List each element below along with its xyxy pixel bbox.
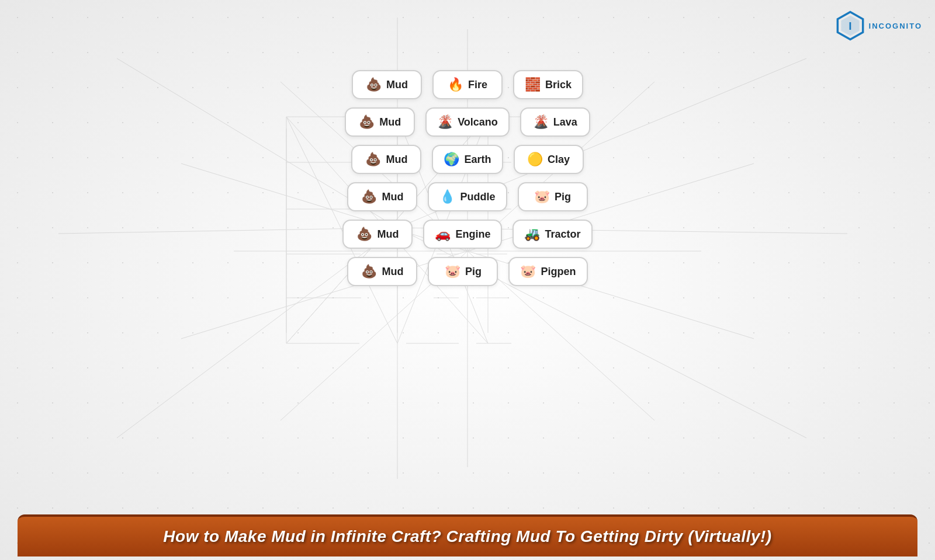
row-4: 💩 Mud 💧 Puddle 🐷 Pig bbox=[304, 182, 631, 211]
earth-emoji-1: 🌍 bbox=[444, 152, 459, 167]
pig-label-1: Pig bbox=[555, 191, 571, 203]
tractor-label-1: Tractor bbox=[545, 228, 580, 241]
brick-emoji-1: 🧱 bbox=[525, 77, 541, 92]
mud-label-5: Mud bbox=[377, 228, 399, 241]
earth-label-1: Earth bbox=[464, 154, 491, 166]
volcano-label-1: Volcano bbox=[458, 116, 498, 128]
logo: I INCOGNITO bbox=[835, 11, 922, 41]
row-2: 💩 Mud 🌋 Volcano 🌋 Lava bbox=[304, 107, 631, 137]
item-brick-1[interactable]: 🧱 Brick bbox=[513, 70, 583, 99]
lava-label-1: Lava bbox=[553, 116, 577, 128]
banner-text: How to Make Mud in Infinite Craft? Craft… bbox=[163, 527, 771, 546]
pig-emoji-1: 🐷 bbox=[534, 189, 550, 204]
clay-emoji-1: 🟡 bbox=[527, 152, 543, 167]
item-volcano-1[interactable]: 🌋 Volcano bbox=[425, 107, 510, 137]
item-lava-1[interactable]: 🌋 Lava bbox=[520, 107, 590, 137]
item-mud-1[interactable]: 💩 Mud bbox=[352, 70, 422, 99]
fire-emoji-1: 🔥 bbox=[448, 77, 463, 92]
row-3: 💩 Mud 🌍 Earth 🟡 Clay bbox=[304, 145, 631, 174]
row-5: 💩 Mud 🚗 Engine 🚜 Tractor bbox=[304, 220, 631, 249]
pig-emoji-2: 🐷 bbox=[445, 264, 460, 279]
item-earth-1[interactable]: 🌍 Earth bbox=[432, 145, 503, 174]
volcano-emoji-1: 🌋 bbox=[437, 114, 453, 130]
clay-label-1: Clay bbox=[548, 154, 570, 166]
item-mud-4[interactable]: 💩 Mud bbox=[347, 182, 417, 211]
mud-emoji-1: 💩 bbox=[366, 77, 382, 92]
item-mud-2[interactable]: 💩 Mud bbox=[345, 107, 415, 137]
item-mud-6[interactable]: 💩 Mud bbox=[347, 257, 417, 286]
svg-text:I: I bbox=[849, 20, 851, 32]
pigpen-label-1: Pigpen bbox=[541, 266, 576, 278]
item-clay-1[interactable]: 🟡 Clay bbox=[514, 145, 584, 174]
mud-label-1: Mud bbox=[386, 79, 408, 91]
item-engine-1[interactable]: 🚗 Engine bbox=[423, 220, 502, 249]
item-tractor-1[interactable]: 🚜 Tractor bbox=[512, 220, 592, 249]
tractor-emoji-1: 🚜 bbox=[524, 227, 540, 242]
logo-text: INCOGNITO bbox=[869, 22, 922, 30]
mud-emoji-6: 💩 bbox=[361, 264, 377, 279]
item-mud-3[interactable]: 💩 Mud bbox=[351, 145, 421, 174]
item-fire-1[interactable]: 🔥 Fire bbox=[432, 70, 503, 99]
lava-emoji-1: 🌋 bbox=[533, 114, 549, 130]
row-6: 💩 Mud 🐷 Pig 🐷 Pigpen bbox=[304, 257, 631, 286]
pig-label-2: Pig bbox=[465, 266, 482, 278]
mud-label-4: Mud bbox=[382, 191, 403, 203]
item-puddle-1[interactable]: 💧 Puddle bbox=[428, 182, 507, 211]
fire-label-1: Fire bbox=[468, 79, 487, 91]
mud-emoji-3: 💩 bbox=[365, 152, 381, 167]
item-pigpen-1[interactable]: 🐷 Pigpen bbox=[508, 257, 587, 286]
mud-emoji-4: 💩 bbox=[361, 189, 377, 204]
bottom-banner: How to Make Mud in Infinite Craft? Craft… bbox=[18, 514, 917, 556]
mud-emoji-5: 💩 bbox=[356, 227, 372, 242]
puddle-emoji-1: 💧 bbox=[439, 189, 455, 204]
mud-label-6: Mud bbox=[382, 266, 403, 278]
row-1: 💩 Mud 🔥 Fire 🧱 Brick bbox=[304, 70, 631, 99]
item-mud-5[interactable]: 💩 Mud bbox=[342, 220, 413, 249]
mud-emoji-2: 💩 bbox=[359, 114, 375, 130]
engine-emoji-1: 🚗 bbox=[435, 227, 451, 242]
brick-label-1: Brick bbox=[545, 79, 572, 91]
logo-icon: I bbox=[835, 11, 865, 41]
engine-label-1: Engine bbox=[455, 228, 490, 241]
item-pig-1[interactable]: 🐷 Pig bbox=[518, 182, 588, 211]
mud-label-3: Mud bbox=[386, 154, 407, 166]
pigpen-emoji-1: 🐷 bbox=[520, 264, 536, 279]
item-pig-2[interactable]: 🐷 Pig bbox=[428, 257, 498, 286]
mud-label-2: Mud bbox=[379, 116, 401, 128]
craft-area: 💩 Mud 🔥 Fire 🧱 Brick 💩 Mud 🌋 Volcano 🌋 L… bbox=[304, 70, 631, 294]
puddle-label-1: Puddle bbox=[460, 191, 495, 203]
